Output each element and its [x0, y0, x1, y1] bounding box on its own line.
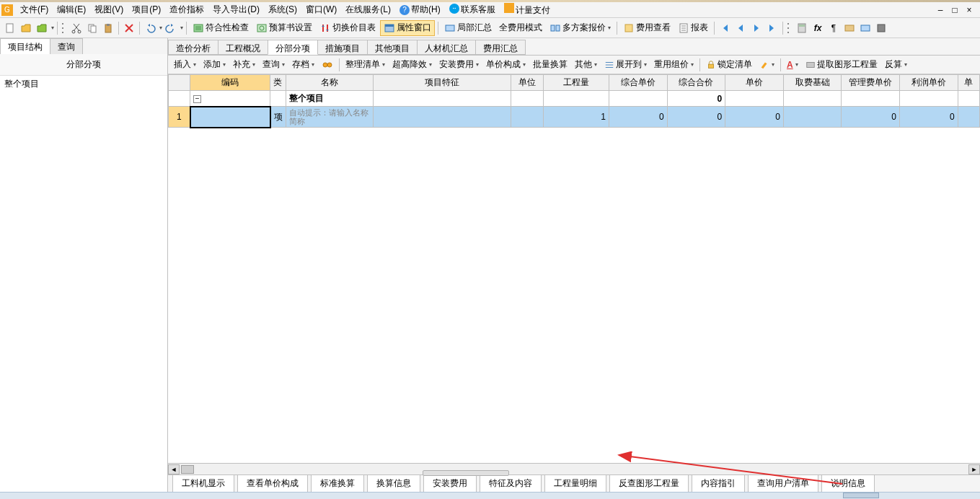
col-handle[interactable] — [169, 75, 190, 91]
bottom-tab-std-convert[interactable]: 标准换算 — [311, 474, 364, 493]
undo-button[interactable] — [143, 20, 157, 36]
bottom-tab-price-comp[interactable]: 查看单价构成 — [237, 474, 308, 493]
dropdown-icon[interactable]: ▾ — [51, 25, 54, 31]
lock-list-button[interactable]: 锁定清单 — [703, 58, 755, 72]
tab-resources[interactable]: 人材机汇总 — [417, 40, 476, 55]
bottom-tab-feature[interactable]: 特征及内容 — [480, 474, 542, 493]
tab-measures[interactable]: 措施项目 — [317, 40, 368, 55]
reverse-calc-button[interactable]: 反算▾ — [882, 58, 910, 72]
menu-import-export[interactable]: 导入导出(D) — [208, 2, 264, 17]
font-color-button[interactable]: A▾ — [784, 58, 801, 72]
expand-to-button[interactable]: 展开到▾ — [601, 58, 650, 72]
conformance-check-button[interactable]: 符合性检查 — [190, 20, 252, 36]
pilcrow-button[interactable]: ¶ — [826, 20, 841, 36]
menu-project[interactable]: 项目(P) — [128, 2, 165, 17]
property-window-button[interactable]: 属性窗口 — [380, 20, 435, 36]
scroll-thumb[interactable] — [181, 465, 194, 474]
status-scroll-thumb[interactable] — [843, 493, 879, 498]
left-tab-structure[interactable]: 项目结构 — [0, 38, 50, 54]
tab-subsection[interactable]: 分部分项 — [268, 40, 318, 55]
bottom-tab-desc[interactable]: 说明信息 — [821, 474, 875, 493]
bottom-tab-qty-detail[interactable]: 工程量明细 — [544, 474, 606, 493]
archive-button[interactable]: 存档▾ — [289, 58, 317, 72]
tree-root-item[interactable]: 整个项目 — [1, 77, 166, 91]
menu-edit[interactable]: 编辑(E) — [53, 2, 90, 17]
reuse-price-button[interactable]: 重用组价▾ — [651, 58, 697, 72]
binoculars-button[interactable] — [319, 58, 336, 72]
col-unit-price[interactable]: 综合单价 — [609, 75, 668, 91]
multi-quote-button[interactable]: 多方案报价▾ — [547, 20, 614, 36]
budget-settings-button[interactable]: 预算书设置 — [253, 20, 315, 36]
col-type[interactable]: 类 — [270, 75, 286, 91]
dropdown-icon[interactable]: ▾ — [159, 25, 162, 31]
menu-system[interactable]: 系统(S) — [264, 2, 301, 17]
col-quantity[interactable]: 工程量 — [544, 75, 609, 91]
col-extra[interactable]: 单 — [958, 75, 979, 91]
code-cell-active[interactable] — [190, 107, 270, 128]
close-button[interactable]: × — [964, 5, 974, 15]
supplement-button[interactable]: 补充▾ — [230, 58, 258, 72]
col-price[interactable]: 单价 — [725, 75, 784, 91]
nav-prev-button[interactable] — [733, 20, 748, 36]
switch-price-list-button[interactable]: 切换价目表 — [317, 20, 379, 36]
bottom-tab-install-cost[interactable]: 安装费用 — [423, 474, 477, 493]
group-row[interactable]: − 整个项目 0 — [169, 91, 980, 107]
report-button[interactable]: 报表 — [675, 20, 711, 36]
col-mgmt-price[interactable]: 管理费单价 — [842, 75, 900, 91]
col-feature[interactable]: 项目特征 — [373, 75, 511, 91]
menu-help[interactable]: ?帮助(H) — [395, 2, 445, 17]
left-tab-query[interactable]: 查询 — [50, 38, 83, 54]
bottom-tab-content-guide[interactable]: 内容指引 — [692, 474, 745, 493]
col-fee-base[interactable]: 取费基础 — [783, 75, 842, 91]
menu-view[interactable]: 视图(V) — [90, 2, 128, 17]
dropdown-icon[interactable]: ▾ — [180, 25, 183, 31]
menu-contact[interactable]: 联系客服 — [445, 2, 500, 17]
fx-button[interactable]: fx — [811, 20, 825, 36]
tab-cost-analysis[interactable]: 造价分析 — [168, 40, 218, 55]
minimize-button[interactable]: – — [935, 5, 945, 15]
nav-last-button[interactable] — [765, 20, 780, 36]
bottom-tab-reverse-graphic[interactable]: 反查图形工程量 — [609, 474, 689, 493]
menu-file[interactable]: 文件(F) — [16, 2, 53, 17]
tool-button-3[interactable] — [874, 20, 888, 36]
tab-other[interactable]: 其他项目 — [367, 40, 418, 55]
col-code[interactable]: 编码 — [190, 75, 270, 91]
scroll-right-button[interactable]: ► — [968, 464, 980, 474]
batch-convert-button[interactable]: 批量换算 — [530, 58, 570, 72]
nav-next-button[interactable] — [749, 20, 764, 36]
collapse-icon[interactable]: − — [193, 95, 201, 103]
cut-button[interactable] — [69, 20, 84, 36]
bottom-tab-user-list[interactable]: 查询用户清单 — [748, 474, 818, 493]
nav-first-button[interactable] — [718, 20, 732, 36]
menu-window[interactable]: 窗口(W) — [301, 2, 341, 17]
price-composition-button[interactable]: 单价构成▾ — [483, 58, 529, 72]
menu-online[interactable]: 在线服务(L) — [341, 2, 395, 17]
menu-pay[interactable]: 计量支付 — [500, 1, 555, 18]
query-button[interactable]: 查询▾ — [260, 58, 288, 72]
splitter-handle[interactable] — [423, 470, 509, 476]
horizontal-scrollbar[interactable]: ◄ ► — [168, 463, 980, 474]
open-recent-button[interactable] — [35, 20, 49, 36]
insert-button[interactable]: 插入▾ — [171, 58, 199, 72]
project-tree[interactable]: 整个项目 — [0, 76, 167, 492]
menu-cost-index[interactable]: 造价指标 — [165, 2, 208, 17]
col-total[interactable]: 综合合价 — [667, 75, 725, 91]
other-button[interactable]: 其他▾ — [572, 58, 600, 72]
tidy-list-button[interactable]: 整理清单▾ — [343, 58, 388, 72]
col-name[interactable]: 名称 — [286, 75, 373, 91]
copy-button[interactable] — [85, 20, 100, 36]
maximize-button[interactable]: □ — [950, 5, 960, 15]
open-button[interactable] — [19, 20, 33, 36]
scroll-left-button[interactable]: ◄ — [168, 464, 180, 474]
full-cost-mode-button[interactable]: 全费用模式 — [496, 20, 545, 36]
bottom-tab-convert-info[interactable]: 换算信息 — [367, 474, 420, 493]
tab-project-overview[interactable]: 工程概况 — [218, 40, 268, 55]
add-button[interactable]: 添加▾ — [200, 58, 229, 72]
highlight-button[interactable]: ▾ — [756, 58, 777, 72]
data-row[interactable]: 1 项 自动提示：请输入名称简称 1 0 0 0 0 0 — [169, 107, 980, 128]
data-grid[interactable]: 编码 类 名称 项目特征 单位 工程量 综合单价 综合合价 单价 取费基础 管理… — [168, 74, 980, 474]
extract-graphic-button[interactable]: 提取图形工程量 — [803, 58, 880, 72]
redo-button[interactable] — [164, 20, 178, 36]
tool-button-2[interactable] — [858, 20, 873, 36]
calculator-button[interactable] — [795, 20, 809, 36]
